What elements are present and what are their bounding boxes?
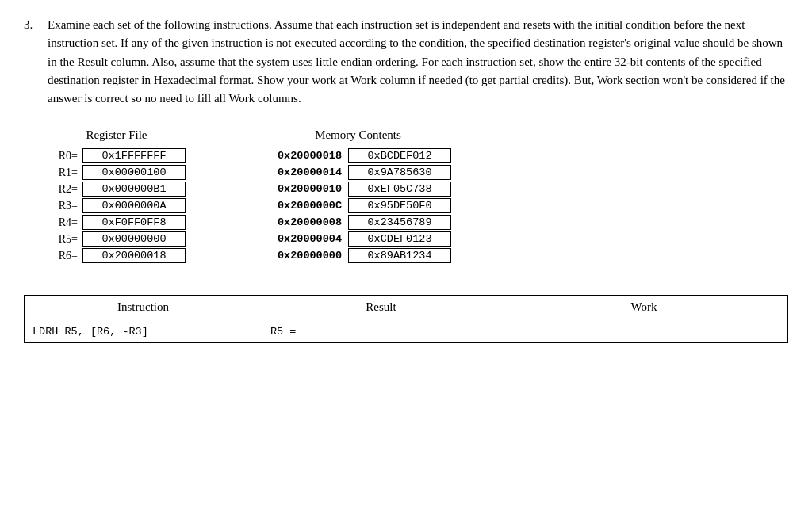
list-item: R6= 0x20000018 bbox=[48, 248, 186, 263]
work-cell bbox=[500, 319, 788, 343]
memory-table: 0x20000018 0xBCDEF012 0x20000014 0x9A785… bbox=[265, 148, 451, 265]
instruction-code: LDRH R5, [R6, -R3] bbox=[33, 326, 148, 338]
question-number: 3. bbox=[24, 16, 40, 108]
memory-value-4: 0x23456789 bbox=[348, 215, 451, 230]
memory-address-3: 0x2000000C bbox=[265, 200, 348, 212]
register-label-r3: R3= bbox=[48, 200, 78, 212]
list-item: R0= 0x1FFFFFFF bbox=[48, 148, 186, 163]
memory-contents-title: Memory Contents bbox=[315, 128, 401, 142]
register-value-r5: 0x00000000 bbox=[82, 231, 186, 247]
register-file-section: Register File R0= 0x1FFFFFFF R1= 0x00000… bbox=[48, 128, 186, 265]
register-table: R0= 0x1FFFFFFF R1= 0x00000100 R2= 0x0000… bbox=[48, 148, 186, 265]
register-value-r6: 0x20000018 bbox=[82, 248, 186, 263]
header-result: Result bbox=[262, 296, 500, 319]
question-body: Examine each set of the following instru… bbox=[48, 16, 788, 108]
memory-address-1: 0x20000014 bbox=[265, 166, 348, 178]
memory-value-5: 0xCDEF0123 bbox=[348, 231, 451, 247]
memory-address-5: 0x20000004 bbox=[265, 233, 348, 245]
register-value-r4: 0xF0FF0FF8 bbox=[82, 215, 186, 230]
register-label-r5: R5= bbox=[48, 233, 78, 246]
list-item: 0x2000000C 0x95DE50F0 bbox=[265, 198, 451, 213]
register-value-r1: 0x00000100 bbox=[82, 165, 186, 180]
list-item: R5= 0x00000000 bbox=[48, 231, 186, 247]
memory-contents-section: Memory Contents 0x20000018 0xBCDEF012 0x… bbox=[265, 128, 451, 265]
question-container: 3. Examine each set of the following ins… bbox=[24, 16, 788, 343]
list-item: R2= 0x000000B1 bbox=[48, 182, 186, 197]
list-item: R1= 0x00000100 bbox=[48, 165, 186, 180]
instruction-table: Instruction Result Work LDRH R5, [R6, -R… bbox=[24, 295, 788, 343]
register-label-r1: R1= bbox=[48, 166, 78, 179]
register-file-title: Register File bbox=[86, 128, 147, 142]
memory-value-6: 0x89AB1234 bbox=[348, 248, 451, 263]
register-label-r4: R4= bbox=[48, 216, 78, 229]
list-item: 0x20000010 0xEF05C738 bbox=[265, 182, 451, 197]
tables-section: Register File R0= 0x1FFFFFFF R1= 0x00000… bbox=[48, 128, 788, 265]
list-item: R4= 0xF0FF0FF8 bbox=[48, 215, 186, 230]
register-value-r2: 0x000000B1 bbox=[82, 182, 186, 197]
register-label-r2: R2= bbox=[48, 183, 78, 196]
memory-address-0: 0x20000018 bbox=[265, 150, 348, 162]
register-label-r6: R6= bbox=[48, 250, 78, 262]
question-text-block: 3. Examine each set of the following ins… bbox=[24, 16, 788, 108]
memory-address-2: 0x20000010 bbox=[265, 183, 348, 195]
list-item: 0x20000018 0xBCDEF012 bbox=[265, 148, 451, 163]
memory-value-0: 0xBCDEF012 bbox=[348, 148, 451, 163]
list-item: 0x20000014 0x9A785630 bbox=[265, 165, 451, 180]
list-item: R3= 0x0000000A bbox=[48, 198, 186, 213]
register-value-r0: 0x1FFFFFFF bbox=[82, 148, 186, 163]
table-row: LDRH R5, [R6, -R3] R5 = bbox=[25, 319, 788, 343]
memory-value-2: 0xEF05C738 bbox=[348, 182, 451, 197]
list-item: 0x20000004 0xCDEF0123 bbox=[265, 231, 451, 247]
table-header-row: Instruction Result Work bbox=[25, 296, 788, 319]
list-item: 0x20000008 0x23456789 bbox=[265, 215, 451, 230]
memory-value-1: 0x9A785630 bbox=[348, 165, 451, 180]
instruction-cell: LDRH R5, [R6, -R3] bbox=[25, 319, 262, 343]
list-item: 0x20000000 0x89AB1234 bbox=[265, 248, 451, 263]
memory-address-6: 0x20000000 bbox=[265, 250, 348, 262]
memory-value-3: 0x95DE50F0 bbox=[348, 198, 451, 213]
memory-address-4: 0x20000008 bbox=[265, 216, 348, 228]
header-instruction: Instruction bbox=[25, 296, 262, 319]
header-work: Work bbox=[500, 296, 788, 319]
register-label-r0: R0= bbox=[48, 150, 78, 162]
result-cell: R5 = bbox=[262, 319, 500, 343]
register-value-r3: 0x0000000A bbox=[82, 198, 186, 213]
result-text: R5 = bbox=[270, 326, 296, 338]
